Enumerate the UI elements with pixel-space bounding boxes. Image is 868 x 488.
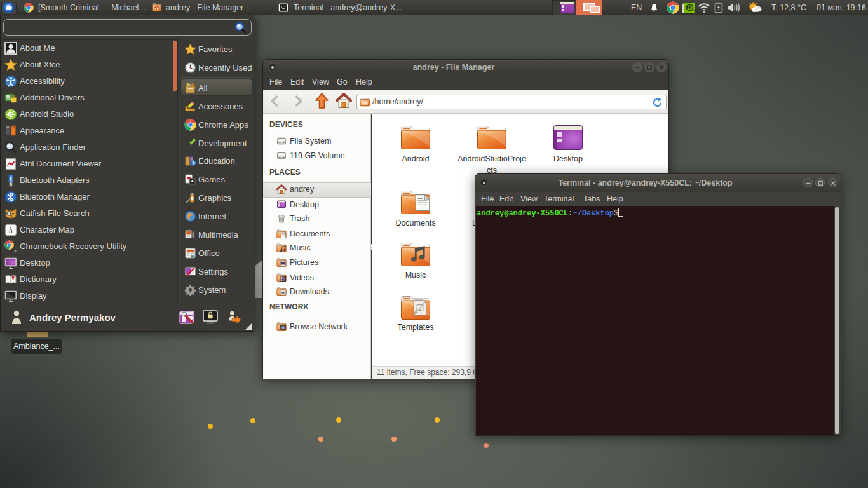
- svg-text:à: à: [9, 226, 13, 235]
